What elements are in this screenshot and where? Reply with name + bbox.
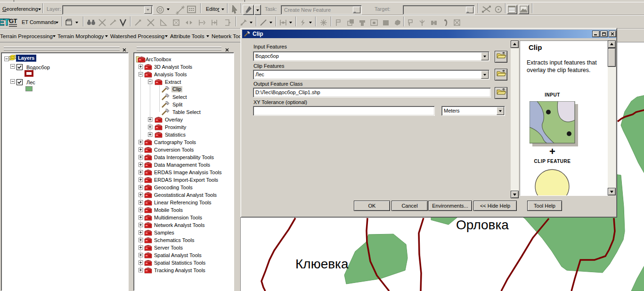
svg-text:ET: ET <box>0 17 9 27</box>
svg-text:GT: GT <box>9 17 17 24</box>
svg-text:Орловка: Орловка <box>456 218 509 232</box>
svg-text:Клюевка: Клюевка <box>295 257 349 271</box>
